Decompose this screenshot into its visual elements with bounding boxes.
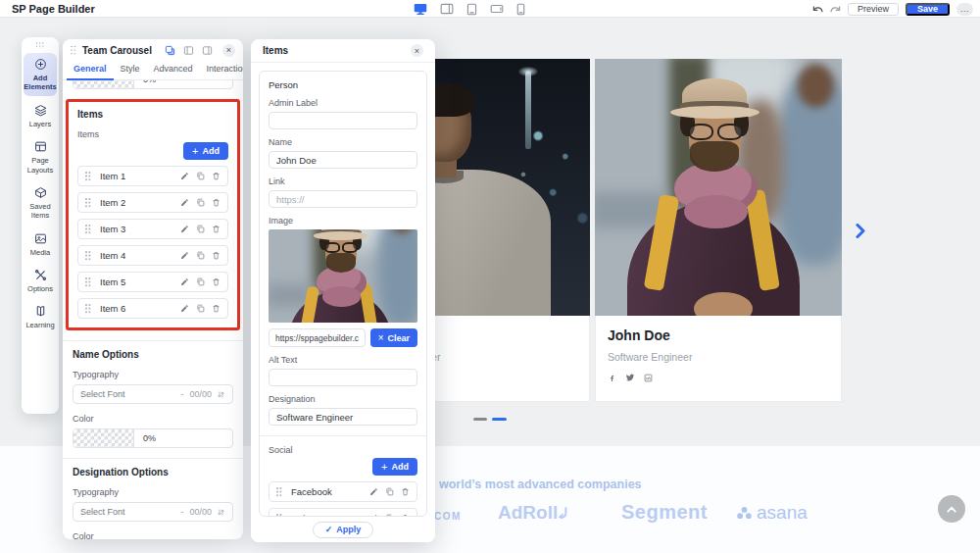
undo-icon[interactable]	[812, 4, 823, 14]
delete-icon[interactable]	[212, 225, 220, 233]
drag-handle-icon[interactable]	[85, 250, 91, 261]
edit-icon[interactable]	[180, 251, 189, 260]
delete-icon[interactable]	[401, 487, 410, 496]
color-swatch[interactable]	[74, 429, 134, 447]
duplicate-icon[interactable]	[196, 198, 205, 207]
dock-left-icon[interactable]	[183, 45, 194, 56]
delete-icon[interactable]	[212, 198, 220, 207]
items-field-label: Items	[77, 129, 228, 139]
sidebar-item-options[interactable]: Options	[24, 264, 57, 297]
dock-right-icon[interactable]	[202, 45, 213, 56]
duplicate-icon[interactable]	[196, 172, 205, 180]
device-switcher	[414, 0, 525, 18]
tab-style[interactable]: Style	[114, 64, 147, 80]
member-card-right[interactable]: John Doe Software Engineer	[595, 316, 842, 402]
font-select[interactable]: Select Font - 00/00	[73, 502, 233, 522]
desktop-icon[interactable]	[414, 3, 427, 16]
mobile-landscape-icon[interactable]	[490, 4, 504, 14]
delete-icon[interactable]	[212, 172, 220, 180]
social-label: Social	[269, 445, 417, 455]
client-logo-adroll: AdRoll	[498, 502, 567, 524]
highlight-red-box: Items Items +Add Item 1 Item 2	[66, 99, 240, 330]
sidebar-item-page-layouts[interactable]: Page Layouts	[24, 135, 57, 178]
clear-image-button[interactable]: ×Clear	[370, 328, 417, 347]
edit-icon[interactable]	[180, 198, 189, 207]
adroll-text: AdRoll	[498, 502, 558, 524]
tab-advanced[interactable]: Advanced	[147, 64, 200, 80]
admin-label-input[interactable]	[269, 112, 417, 129]
panel-title: Team Carousel	[82, 45, 157, 56]
delete-icon[interactable]	[212, 304, 220, 313]
redo-icon[interactable]	[830, 4, 841, 14]
delete-icon[interactable]	[212, 251, 220, 260]
drag-handle-icon[interactable]	[85, 303, 91, 314]
color-swatch[interactable]	[74, 80, 134, 88]
sidebar-item-learning[interactable]: Learning	[24, 300, 57, 333]
save-button[interactable]: Save	[906, 3, 950, 16]
edit-icon[interactable]	[180, 277, 189, 286]
item-row-4[interactable]: Item 4	[77, 245, 228, 266]
scroll-top-button[interactable]	[938, 495, 965, 523]
drag-handle-icon[interactable]	[276, 486, 282, 497]
edit-icon[interactable]	[180, 225, 189, 233]
item-row-1[interactable]: Item 1	[77, 166, 228, 186]
color-field[interactable]: 0%	[73, 428, 233, 448]
social-row-facebook[interactable]: Facebook	[269, 481, 417, 502]
preview-button[interactable]: Preview	[848, 3, 899, 16]
font-size-value: 00/00	[189, 507, 212, 517]
sidebar-item-layers[interactable]: Layers	[24, 99, 57, 132]
image-url-input[interactable]	[269, 328, 366, 347]
edit-icon[interactable]	[369, 487, 378, 496]
name-input[interactable]	[269, 151, 417, 169]
panel-drag-handle-icon[interactable]	[71, 45, 76, 56]
drag-handle-icon[interactable]	[85, 224, 91, 234]
duplicate-icon[interactable]	[196, 251, 205, 260]
drag-handle-icon[interactable]	[85, 171, 91, 181]
item-row-3[interactable]: Item 3	[77, 219, 228, 239]
mobile-icon[interactable]	[516, 3, 525, 16]
item-row-6[interactable]: Item 6	[77, 298, 228, 319]
alt-text-input[interactable]	[269, 369, 417, 386]
sidebar-item-add-elements[interactable]: Add Elements	[24, 53, 57, 96]
drag-handle-icon[interactable]	[85, 276, 91, 287]
carousel-dot-active[interactable]	[492, 418, 507, 421]
more-options-button[interactable]: ...	[956, 3, 973, 16]
tablet-icon[interactable]	[466, 3, 477, 16]
item-row-5[interactable]: Item 5	[77, 272, 228, 292]
sidebar-item-label: Media	[30, 248, 50, 257]
carousel-photo-right[interactable]	[595, 59, 842, 316]
edit-icon[interactable]	[180, 172, 189, 180]
duplicate-icon[interactable]	[385, 487, 394, 496]
drag-handle-icon[interactable]	[85, 197, 91, 208]
facebook-icon[interactable]	[608, 373, 616, 382]
apply-button[interactable]: ✓Apply	[313, 522, 374, 538]
social-row-twitter[interactable]: Twitter	[269, 508, 417, 517]
duplicate-icon[interactable]	[165, 45, 175, 56]
admin-label: Admin Label	[269, 98, 417, 108]
add-item-button[interactable]: +Add	[183, 142, 228, 160]
font-select[interactable]: Select Font - 00/00	[73, 384, 233, 404]
sidebar-item-media[interactable]: Media	[24, 227, 57, 261]
add-social-button[interactable]: +Add	[372, 458, 417, 476]
color-field[interactable]: 0%	[73, 80, 233, 89]
sidebar-drag-handle-icon[interactable]	[36, 42, 45, 47]
tab-general[interactable]: General	[67, 64, 114, 80]
duplicate-icon[interactable]	[196, 225, 205, 233]
laptop-icon[interactable]	[440, 3, 454, 15]
linkedin-icon[interactable]	[644, 373, 653, 382]
edit-icon[interactable]	[180, 304, 189, 313]
tab-interaction[interactable]: Interaction	[200, 64, 243, 80]
close-icon[interactable]: ×	[222, 44, 235, 57]
close-icon[interactable]: ×	[411, 44, 423, 57]
twitter-icon[interactable]	[625, 373, 635, 382]
link-input[interactable]	[269, 190, 417, 208]
clients-heading: world’s most advanced companies	[439, 478, 642, 491]
carousel-dot-inactive[interactable]	[473, 418, 487, 421]
duplicate-icon[interactable]	[196, 277, 205, 286]
designation-input[interactable]	[269, 408, 417, 426]
carousel-next-icon[interactable]	[856, 224, 865, 238]
duplicate-icon[interactable]	[196, 304, 205, 313]
sidebar-item-saved-items[interactable]: Saved Items	[24, 181, 57, 225]
item-row-2[interactable]: Item 2	[77, 192, 228, 213]
delete-icon[interactable]	[212, 277, 220, 286]
